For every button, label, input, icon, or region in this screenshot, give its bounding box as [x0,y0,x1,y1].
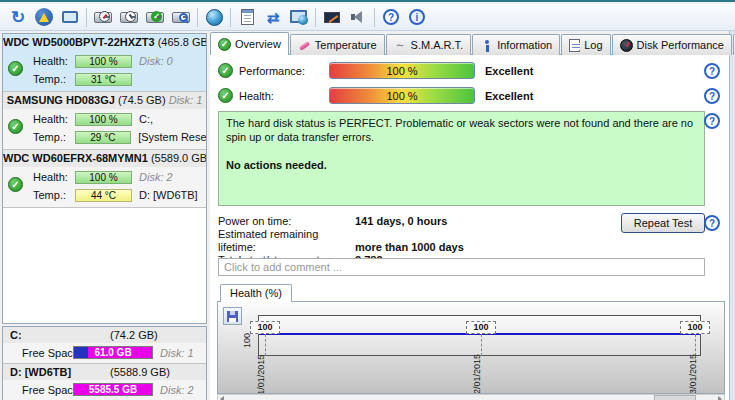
free-space-bar: 61.0 GB [73,346,153,359]
used-space-segment [74,347,88,358]
data-point-label: 100 [466,321,496,334]
x-axis-date-label: 11/01/2015 [256,355,266,394]
disk-model: WDC WD60EFRX-68MYMN1 [3,152,148,164]
health-label: Health: [33,55,75,67]
performance-meter: 100 % [329,62,475,79]
performance-label: Performance: [239,65,329,77]
help-icon[interactable]: ? [704,113,720,129]
status-text: The hard disk status is PERFECT. Problem… [226,116,697,144]
network-computer-icon [290,9,308,25]
partition-item-d[interactable]: D: [WD6TB](5588.9 GB) Free Space 5585.5 … [3,364,206,400]
health-rating: Excellent [485,90,533,102]
tab-smart[interactable]: ∼S.M.A.R.T. [386,34,472,55]
help-icon[interactable]: ? [704,215,720,231]
status-ok-icon: ✓ [8,61,23,76]
repeat-test-button[interactable]: Repeat Test [621,213,705,233]
tab-temperature[interactable]: Temperature [290,34,385,55]
stat-label: Power on time: [218,215,355,228]
toolbar-separator [374,8,375,27]
disk-monitor-button[interactable] [57,6,83,29]
speaker-icon [350,10,366,24]
drive-letters: C:, [139,113,153,125]
disk-search-button[interactable] [168,6,194,29]
help-icon[interactable]: ? [704,88,720,104]
gauge-icon [620,39,633,52]
disk-item-1[interactable]: SAMSUNG HD083GJ (74.5 GB) Disk: 1 ✓ Heal… [3,92,206,150]
tab-information[interactable]: Information [472,34,560,55]
tab-disk-performance[interactable]: Disk Performance [612,34,732,55]
sound-button[interactable] [345,6,371,29]
disk-model: SAMSUNG HD083GJ [7,94,115,106]
partition-item-c[interactable]: C:(74.2 GB) Free Space 61.0 GB Disk: 1 [3,327,206,364]
free-space-label: Free Space [22,347,73,359]
tab-log[interactable]: Log [561,34,610,55]
partition-header: D: [WD6TB](5588.9 GB) [3,364,206,380]
save-chart-button[interactable] [223,307,242,325]
floppy-disk-icon [227,311,238,322]
info-button[interactable]: i [404,6,430,29]
disk-list: WDC WD5000BPVT-22HXZT3 (465.8 GB) ✓ Heal… [2,33,207,324]
refresh-button[interactable]: ↻ [5,6,31,29]
status-ok-icon: ✓ [8,119,23,134]
disk-clock-icon [120,12,138,23]
data-point-label: 100 [250,321,280,334]
tab-label: Overview [235,38,281,50]
alerts-warning-button[interactable] [31,6,57,29]
health-row: Health: 100 % Disk: 2 [33,169,206,185]
warning-icon [35,8,53,26]
disk-check-icon: ✓ [146,12,164,23]
disk-number: Disk: 1 [160,347,194,359]
chart-horizontal-scrollbar[interactable] [217,394,725,400]
window-edge [729,31,735,400]
stat-value: 141 days, 0 hours [355,215,447,227]
disk-gauge-button[interactable] [90,6,116,29]
temp-label: Temp.: [33,189,75,201]
help-icon: ? [383,9,399,25]
tab-overview[interactable]: ✓Overview [210,32,289,55]
free-space-row: Free Space 61.0 GB Disk: 1 [22,345,206,360]
help-icon[interactable]: ? [704,63,720,79]
disk-item-2[interactable]: WDC WD60EFRX-68MYMN1 (5589.0 GB) ✓ Healt… [3,150,206,208]
disk-header: SAMSUNG HD083GJ (74.5 GB) Disk: 1 [3,92,206,109]
disk-size: (5589.0 GB) [151,152,206,164]
free-space-value: 61.0 GB [94,347,131,358]
chart-tab-health[interactable]: Health (%) [220,284,292,302]
help-button[interactable]: ? [378,6,404,29]
y-axis-tick: 100 [242,333,252,348]
temp-row: Temp.: 31 °C [33,71,206,87]
report-button[interactable] [234,6,260,29]
status-ok-icon: ✓ [218,63,233,78]
performance-row: ✓ Performance: 100 % Excellent [218,62,533,79]
scroll-right-arrow-icon[interactable] [718,396,722,400]
health-bar: 100 % [75,55,132,68]
data-point-label: 100 [680,321,710,334]
gridline [265,334,266,356]
overview-content: ✓ Performance: 100 % Excellent ? ✓ Healt… [210,54,729,400]
disk-item-0[interactable]: WDC WD5000BPVT-22HXZT3 (465.8 GB) ✓ Heal… [3,34,206,92]
x-axis-date-label: 13/01/2015 [688,354,698,394]
gridline [481,334,482,356]
temp-label: Temp.: [33,131,75,143]
health-bar: 100 % [75,171,132,184]
disk-accept-button[interactable]: ✓ [142,6,168,29]
disk-size: (465.8 GB) [158,36,206,48]
tab-label: S.M.A.R.T. [411,39,464,51]
temp-bar: 29 °C [75,131,132,144]
health-label: Health: [239,90,329,102]
comment-input[interactable] [218,258,705,276]
stat-value: more than 1000 days [355,241,464,253]
scroll-left-arrow-icon[interactable] [220,396,224,400]
disk-gauge-icon [94,12,112,23]
disk-clock-button[interactable] [116,6,142,29]
health-row: ✓ Health: 100 % Excellent [218,87,533,104]
drive-name: D: [WD6TB] [10,366,71,378]
network-globe-button[interactable] [201,6,227,29]
sync-button[interactable]: ⇄ [260,6,286,29]
smart-icon: ∼ [394,39,407,52]
tab-label: Disk Performance [637,39,724,51]
monitor-edit-button[interactable] [319,6,345,29]
scrollbar-thumb[interactable] [654,395,696,400]
remote-network-button[interactable] [286,6,312,29]
free-space-bar: 5585.5 GB [73,383,153,396]
status-message-box: The hard disk status is PERFECT. Problem… [218,111,705,206]
